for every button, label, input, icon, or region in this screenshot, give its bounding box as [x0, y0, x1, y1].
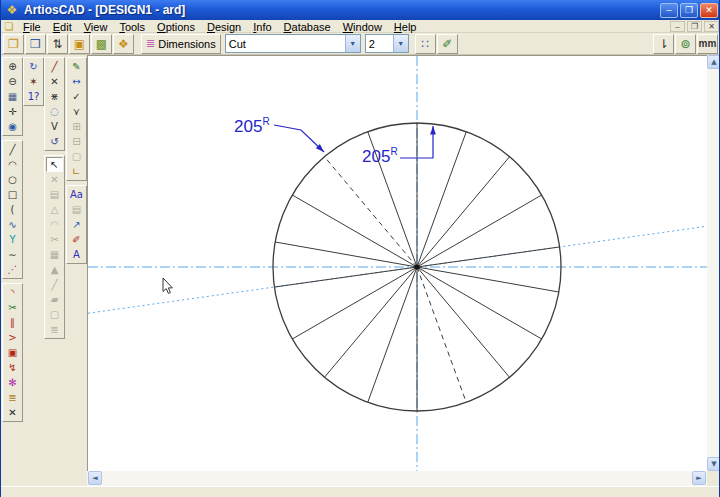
chevron-tool[interactable]: >: [4, 330, 21, 345]
circle-tool[interactable]: ○: [4, 172, 21, 187]
curve-tool[interactable]: ∿: [4, 217, 21, 232]
menu-edit[interactable]: Edit: [47, 21, 78, 33]
point-size-combo[interactable]: 2 ▼: [365, 34, 409, 53]
close-button[interactable]: ✕: [700, 3, 718, 18]
rectangle-tool[interactable]: □: [4, 187, 21, 202]
restore-button[interactable]: ❐: [680, 3, 698, 18]
dimension-palette: ✎↔✓⋎⊞⊟▢∟: [66, 57, 87, 181]
layer-visibility-tool[interactable]: ◉: [4, 119, 21, 134]
text-tool[interactable]: Aa: [68, 187, 85, 202]
dim-check-tool[interactable]: ✓: [68, 89, 85, 104]
main-toolbar: ❐❒⇅▣▩❖ ≣ Dimensions Cut ▼ 2 ▼ ∷✐ ⇂⊚ mm: [1, 33, 720, 55]
dim-angle-tool[interactable]: ∟: [68, 164, 85, 179]
pointer-toggle-button[interactable]: ⇂: [653, 34, 674, 54]
menu-info[interactable]: Info: [247, 21, 277, 33]
catalog-add-button[interactable]: ▩: [91, 34, 112, 54]
menu-tools[interactable]: Tools: [113, 21, 151, 33]
rosette-tool[interactable]: ✻: [4, 375, 21, 390]
arc-start-tool[interactable]: (: [4, 202, 21, 217]
mark-circle-tool[interactable]: ✐: [68, 232, 85, 247]
find-design-button[interactable]: ⊚: [675, 34, 696, 54]
scroll-up-icon[interactable]: ▲: [707, 55, 720, 69]
save-button[interactable]: ❒: [25, 34, 46, 54]
corner-tool[interactable]: ◝: [4, 285, 21, 300]
vee-tool[interactable]: V: [46, 119, 63, 134]
layer-class-combo[interactable]: Cut ▼: [225, 34, 361, 53]
asterisk-tool[interactable]: ⋇: [46, 89, 63, 104]
horizontal-scrollbar[interactable]: ◄ ►: [87, 471, 707, 486]
dimensions-button[interactable]: ≣ Dimensions: [141, 34, 221, 54]
zoom-out-tool[interactable]: ⊖: [4, 74, 21, 89]
panel-tool[interactable]: ▤: [46, 187, 63, 202]
child-close-button[interactable]: ✕: [704, 21, 719, 32]
stairs-tool[interactable]: ≣: [46, 322, 63, 337]
dim-pencil-tool[interactable]: ✎: [68, 59, 85, 74]
item-help-tool[interactable]: 1?: [25, 89, 42, 104]
grid-copy-tool[interactable]: ▦: [46, 247, 63, 262]
chevron-down-icon[interactable]: ▼: [393, 35, 408, 52]
document-icon[interactable]: ❏: [1, 21, 17, 32]
sort-button[interactable]: ⇅: [47, 34, 68, 54]
zoom-area-tool[interactable]: ▦: [4, 89, 21, 104]
open-button[interactable]: ❐: [3, 34, 24, 54]
scroll-left-icon[interactable]: ◄: [88, 471, 102, 485]
vertical-scrollbar[interactable]: ▲ ▼: [707, 55, 720, 471]
dim-box-tool[interactable]: ▢: [68, 149, 85, 164]
catalog-button[interactable]: ▣: [69, 34, 90, 54]
rotate-tool[interactable]: ↻: [25, 59, 42, 74]
line-tool[interactable]: ╱: [4, 142, 21, 157]
units-button[interactable]: mm: [697, 34, 718, 54]
child-minimize-button[interactable]: –: [670, 21, 685, 32]
dotted-circle-tool[interactable]: ◌: [46, 104, 63, 119]
menu-design[interactable]: Design: [201, 21, 247, 33]
annotate-button[interactable]: ✐: [437, 34, 458, 54]
trim-tool[interactable]: ✂: [46, 232, 63, 247]
child-restore-button[interactable]: ❐: [687, 21, 702, 32]
star-tool[interactable]: ✶: [25, 74, 42, 89]
dim-fork-tool[interactable]: ⋎: [68, 104, 85, 119]
zigzag-tool[interactable]: ↯: [4, 360, 21, 375]
menu-view[interactable]: View: [78, 21, 114, 33]
snap-options-button[interactable]: ∷: [415, 34, 436, 54]
break-tool[interactable]: ✕: [4, 405, 21, 420]
fill-tool[interactable]: ▰: [46, 292, 63, 307]
slash-tool[interactable]: ╱: [46, 277, 63, 292]
wave-tool[interactable]: ∼: [4, 247, 21, 262]
point-line-tool[interactable]: ⋰: [4, 262, 21, 277]
branch-tool[interactable]: Y: [4, 232, 21, 247]
cut-tool[interactable]: ✂: [4, 300, 21, 315]
chevron-down-icon[interactable]: ▼: [345, 35, 360, 52]
dim-horizontal-tool[interactable]: ↔: [68, 74, 85, 89]
menu-options[interactable]: Options: [151, 21, 201, 33]
dim-group-a-tool[interactable]: ⊞: [68, 119, 85, 134]
arc-edit-tool[interactable]: ◠: [46, 217, 63, 232]
menu-file[interactable]: File: [17, 21, 47, 33]
drawing-canvas[interactable]: 205R205R: [87, 55, 707, 471]
line-point-tool[interactable]: ╱: [46, 59, 63, 74]
menu-database[interactable]: Database: [278, 21, 337, 33]
steps-tool[interactable]: ≣: [4, 390, 21, 405]
delete-tool[interactable]: ✕: [46, 172, 63, 187]
menu-window[interactable]: Window: [337, 21, 388, 33]
perf-tool[interactable]: ∥: [4, 315, 21, 330]
zoom-in-tool[interactable]: ⊕: [4, 59, 21, 74]
dotted-box-tool[interactable]: ▢: [46, 307, 63, 322]
view-buttons: ⇂⊚: [653, 34, 697, 54]
letter-note-tool[interactable]: A: [68, 247, 85, 262]
pan-tool[interactable]: ✛: [4, 104, 21, 119]
scroll-down-icon[interactable]: ▼: [707, 457, 720, 471]
frame-tool[interactable]: ▣: [4, 345, 21, 360]
hook-tool[interactable]: ↺: [46, 134, 63, 149]
select-arrow-tool[interactable]: ↖: [46, 157, 63, 172]
paragraph-tool[interactable]: ▤: [68, 202, 85, 217]
arc-tool[interactable]: ◠: [4, 157, 21, 172]
scroll-right-icon[interactable]: ►: [692, 471, 706, 485]
minimize-button[interactable]: –: [660, 3, 678, 18]
triangle-tool[interactable]: △: [46, 202, 63, 217]
menu-help[interactable]: Help: [388, 21, 423, 33]
workspace-button[interactable]: ❖: [113, 34, 134, 54]
arrow-note-tool[interactable]: ↗: [68, 217, 85, 232]
x-point-tool[interactable]: ✕: [46, 74, 63, 89]
wedge-tool[interactable]: ▲: [46, 262, 63, 277]
dim-group-b-tool[interactable]: ⊟: [68, 134, 85, 149]
